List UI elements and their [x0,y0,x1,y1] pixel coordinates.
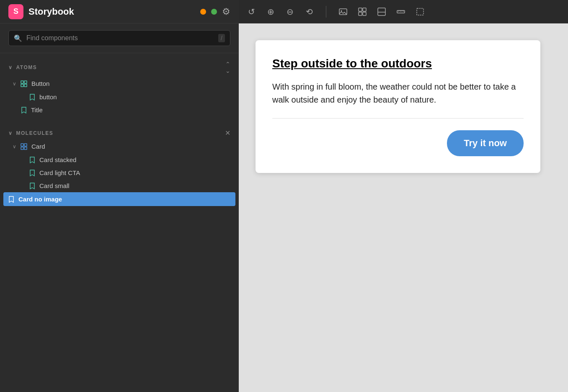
card-cta-row: Try it now [272,130,524,156]
svg-rect-19 [21,144,23,146]
content-area: Step outside to the outdoors With spring… [239,23,568,392]
button-story-label: button [39,93,57,101]
card-no-image-icon [8,196,14,203]
button-component-group[interactable]: ∨ Button [0,77,239,90]
svg-rect-15 [21,81,23,83]
molecules-section-header[interactable]: ∨ MOLECULES ✕ [0,126,239,139]
card-light-cta-item[interactable]: Card light CTA [0,166,239,179]
card-stacked-label: Card stacked [39,156,76,163]
svg-rect-22 [24,147,27,150]
settings-icon[interactable]: ⚙ [222,6,230,17]
button-label: Button [31,80,49,87]
molecules-close-icon[interactable]: ✕ [225,129,230,137]
svg-rect-2 [359,8,362,11]
header-icons: ⚙ [200,6,230,17]
card-chevron-icon: ∨ [13,144,16,150]
search-input[interactable] [26,34,214,42]
svg-rect-3 [363,8,366,11]
card-grid-icon [21,143,27,150]
svg-rect-16 [24,81,27,83]
atoms-section-title: ∨ ATOMS [8,64,37,70]
card-title: Step outside to the outdoors [272,57,524,70]
app-title: Storybook [28,6,74,17]
atoms-sort-icon[interactable]: ⌃⌄ [225,61,230,74]
card-body: With spring in full bloom, the weather c… [272,80,524,106]
title-story-item[interactable]: Title [0,103,239,116]
svg-rect-5 [363,12,366,15]
grid-layout-icon[interactable] [356,6,368,18]
card-small-icon [29,183,35,189]
sidebar-header: S Storybook ⚙ [0,0,239,23]
svg-rect-6 [378,8,385,15]
card-label: Card [31,143,45,150]
svg-rect-17 [21,84,23,87]
card-small-label: Card small [39,182,70,189]
svg-rect-20 [24,144,27,146]
try-it-now-button[interactable]: Try it now [447,130,524,156]
atoms-section: ∨ ATOMS ⌃⌄ ∨ Button [0,53,239,121]
toolbar-divider [326,6,326,18]
card-light-cta-icon [29,170,35,176]
logo-icon: S [8,4,23,19]
image-icon[interactable] [337,6,349,18]
card-divider [272,118,524,119]
molecules-chevron-icon: ∨ [8,130,13,136]
atoms-section-header[interactable]: ∨ ATOMS ⌃⌄ [0,58,239,77]
card-component-group[interactable]: ∨ Card [0,139,239,153]
svg-rect-21 [21,147,23,150]
canvas: Step outside to the outdoors With spring… [239,23,568,392]
card-stacked-item[interactable]: Card stacked [0,153,239,166]
orange-dot-icon [200,9,206,15]
card-no-image-item[interactable]: Card no image [3,192,235,206]
svg-rect-14 [417,8,423,15]
reset-zoom-icon[interactable]: ⟲ [303,6,315,18]
title-story-label: Title [31,106,43,113]
crop-icon[interactable] [414,6,426,18]
button-story-icon [29,94,35,101]
panel-icon[interactable] [376,6,387,18]
search-shortcut: / [218,34,225,42]
button-chevron-icon: ∨ [13,81,16,87]
search-container: 🔍 / [0,23,239,53]
svg-rect-18 [24,84,27,87]
molecules-section-title: ∨ MOLECULES [8,130,53,136]
atoms-chevron-icon: ∨ [8,64,13,70]
sidebar: 🔍 / ∨ ATOMS ⌃⌄ ∨ [0,23,239,392]
svg-rect-4 [359,12,362,15]
logo-area: S Storybook [8,4,74,19]
card-stacked-icon [29,157,35,163]
title-story-icon [21,107,27,113]
toolbar: ↺ ⊕ ⊖ ⟲ [239,0,568,23]
reload-icon[interactable]: ↺ [245,6,257,18]
search-box: 🔍 / [8,30,230,46]
button-story-item[interactable]: button [0,90,239,103]
green-dot-icon [211,9,217,15]
ruler-icon[interactable] [395,6,407,18]
card-preview: Step outside to the outdoors With spring… [256,40,540,173]
card-small-item[interactable]: Card small [0,179,239,192]
card-light-cta-label: Card light CTA [39,169,80,176]
zoom-out-icon[interactable]: ⊖ [284,6,296,18]
zoom-in-icon[interactable]: ⊕ [265,6,276,18]
search-icon: 🔍 [14,34,22,42]
card-no-image-label: Card no image [18,196,62,203]
button-grid-icon [21,80,27,87]
molecules-section: ∨ MOLECULES ✕ ∨ Card [0,121,239,211]
